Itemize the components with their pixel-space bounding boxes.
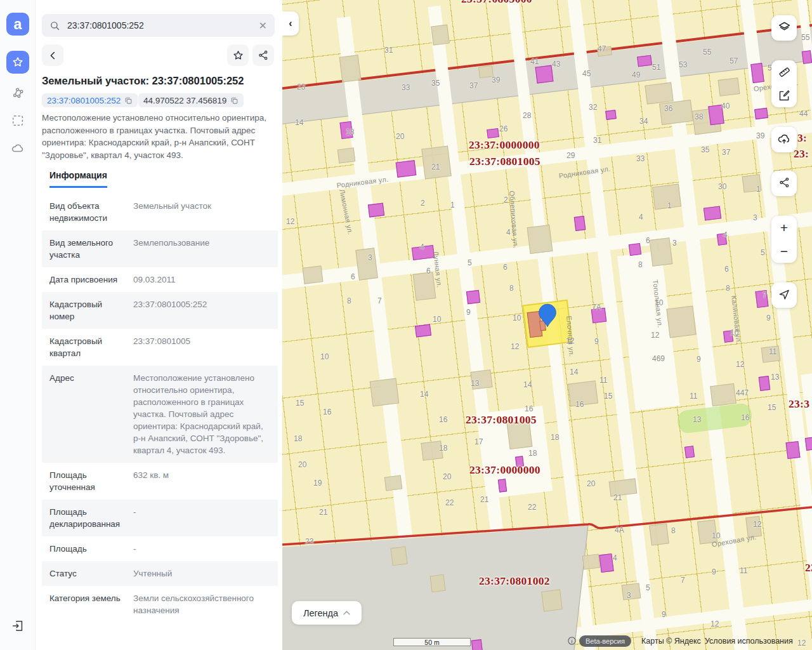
table-row: Площадь декларированная- xyxy=(42,500,278,536)
share-icon xyxy=(258,50,269,61)
parcel-number: 32 xyxy=(589,103,597,112)
share-map-button[interactable] xyxy=(771,171,797,196)
dashed-square-icon xyxy=(11,114,25,128)
building-footprint xyxy=(431,25,449,46)
registered-building xyxy=(471,639,483,650)
parcel-number: 14 xyxy=(570,368,578,376)
ruler-button[interactable] xyxy=(771,60,797,84)
login-button[interactable] xyxy=(6,614,29,637)
icon-rail: a xyxy=(0,0,36,650)
parcel-number: 20 xyxy=(396,132,404,141)
parcel-number: 5 xyxy=(468,258,472,267)
parcel-number: 11 xyxy=(740,566,747,575)
parcel-number: 26 xyxy=(499,124,508,133)
parcel-number: 3 xyxy=(753,213,757,222)
parcel-number: 31 xyxy=(384,46,393,55)
row-value: Учтенный xyxy=(133,567,172,580)
row-label: Площадь декларированная xyxy=(49,506,126,530)
parcel-number: 16 xyxy=(575,400,584,409)
building-footprint xyxy=(370,378,400,407)
table-row: Вид земельного участкаЗемлепользование xyxy=(42,230,278,267)
parcel-number: 1 xyxy=(756,185,761,194)
cloud-layers-button[interactable] xyxy=(6,137,29,160)
cadastral-number-link[interactable]: 23:37:0801005:252 xyxy=(47,96,121,105)
parcel-number: 16 xyxy=(525,404,533,413)
polygon-tool-button[interactable] xyxy=(6,81,29,104)
edit-button[interactable] xyxy=(771,84,797,107)
locate-me-button[interactable] xyxy=(771,282,797,308)
row-label: Вид земельного участка xyxy=(49,237,126,261)
cadastral-quarter-label: 3: xyxy=(797,131,807,145)
row-value: Местоположение установлено относительно … xyxy=(133,372,270,456)
parcel-number: 28 xyxy=(523,111,531,120)
row-value: 09.03.2011 xyxy=(133,274,176,286)
building-footprint xyxy=(541,589,563,611)
zoom-in-button[interactable]: + xyxy=(771,216,797,239)
chevron-left-icon xyxy=(48,51,58,60)
copy-icon[interactable] xyxy=(230,96,239,105)
registered-building xyxy=(629,243,641,256)
parcel-number: 29 xyxy=(566,151,575,160)
cadastral-number-chip[interactable]: 23:37:0801005:252 xyxy=(42,93,138,107)
parcel-number: 7 xyxy=(681,576,685,585)
legend-button[interactable]: Легенда xyxy=(292,601,362,625)
building-footprint xyxy=(650,237,673,267)
parcel-number: 1 xyxy=(667,201,672,210)
parcel-number: 5 xyxy=(761,248,765,257)
coordinates-chip[interactable]: 44.970522 37.456819 xyxy=(138,93,244,107)
cadastral-quarter-label: 23:37:0803000 xyxy=(461,0,532,6)
app-logo[interactable]: a xyxy=(6,13,29,36)
parcel-number: 53 xyxy=(679,60,687,69)
upload-button[interactable] xyxy=(771,127,797,152)
registered-building xyxy=(415,324,431,338)
parcel-number: 10 xyxy=(320,352,329,361)
copy-icon[interactable] xyxy=(124,96,133,105)
clear-search-icon[interactable]: ✕ xyxy=(259,20,267,32)
chevron-left-icon: ‹ xyxy=(289,18,292,29)
parcel-number: 39 xyxy=(492,76,500,84)
cadastral-map[interactable]: 2331333537394143454749515355575155141820… xyxy=(282,0,812,650)
parcel-number: 14 xyxy=(523,380,532,389)
search-input[interactable] xyxy=(66,20,259,31)
parcel-number: 51 xyxy=(652,63,660,72)
layers-button[interactable] xyxy=(771,15,797,41)
parcel-number: 6 xyxy=(724,265,729,274)
share-object-button[interactable] xyxy=(252,44,274,66)
parcel-number: 22 xyxy=(528,503,536,512)
favorite-object-button[interactable] xyxy=(227,44,249,66)
parcel-number: 21 xyxy=(431,162,440,171)
polygon-nodes-icon xyxy=(11,86,25,100)
favorites-button[interactable] xyxy=(6,51,29,74)
registered-building xyxy=(637,55,652,67)
parcel-number: 14 xyxy=(295,118,303,127)
parcel-number: 5 xyxy=(646,583,650,592)
parcel-number: 13 xyxy=(771,373,779,381)
building-footprint xyxy=(582,554,600,569)
parcel-number: 44 xyxy=(799,109,808,118)
parcel-number: 35 xyxy=(701,145,709,154)
zoom-out-button[interactable]: − xyxy=(771,239,797,263)
parcel-number: 21 xyxy=(613,493,622,502)
back-button[interactable] xyxy=(42,44,63,66)
table-row: Площадь- xyxy=(42,536,278,561)
parcel-number: 6 xyxy=(646,236,650,245)
tab-information[interactable]: Информация xyxy=(49,170,107,188)
cadastral-quarter-label: 23:3 xyxy=(789,397,809,411)
cadastral-quarter-label: 23:37:0801005 xyxy=(466,413,537,427)
parcel-number: 8 xyxy=(347,296,351,305)
registered-building xyxy=(535,65,554,84)
building-footprint xyxy=(527,225,553,254)
parcel-number: 4 xyxy=(613,554,617,562)
parcel-number: 8 xyxy=(726,284,730,293)
select-area-button[interactable] xyxy=(6,109,29,132)
parcel-number: 12 xyxy=(753,520,761,529)
parcel-number: 55 xyxy=(801,33,809,42)
collapse-panel-button[interactable]: ‹ xyxy=(282,11,299,36)
parcel-number: 469 xyxy=(652,354,665,363)
search-bar[interactable]: ✕ xyxy=(42,14,275,37)
registered-building xyxy=(599,554,613,573)
row-label: Площадь xyxy=(49,543,126,555)
parcel-number: 15 xyxy=(604,392,612,401)
registered-building xyxy=(802,50,812,64)
parcel-number: 16 xyxy=(741,413,749,422)
